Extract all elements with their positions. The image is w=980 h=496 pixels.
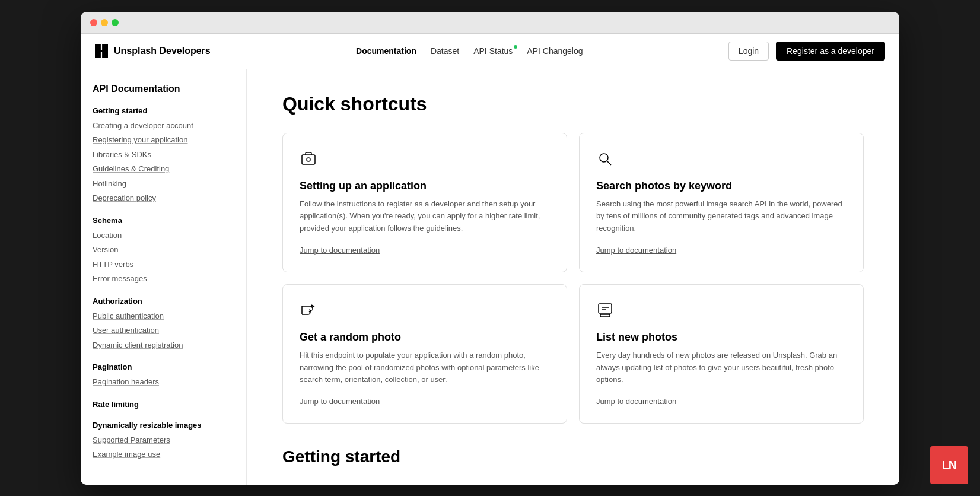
cards-grid: Setting up an application Follow the ins…: [282, 133, 864, 424]
traffic-light-green[interactable]: [112, 19, 119, 26]
sidebar-link-supported-params[interactable]: Supported Parameters: [93, 434, 234, 446]
sidebar-section-authorization: Authorization Public authentication User…: [93, 297, 234, 351]
svg-point-2: [600, 154, 608, 162]
card-link-list[interactable]: Jump to documentation: [596, 397, 676, 406]
status-dot-icon: [514, 45, 517, 49]
content-area: Quick shortcuts Setting up an applicatio…: [247, 69, 899, 485]
sidebar-section-title-getting-started: Getting started: [93, 106, 234, 115]
card-list: List new photos Every day hundreds of ne…: [579, 284, 864, 424]
sidebar-section-title-rate-limiting: Rate limiting: [93, 400, 234, 409]
sidebar-section-title-resizable: Dynamically resizable images: [93, 421, 234, 430]
nav-link-documentation[interactable]: Documentation: [356, 46, 416, 56]
sidebar-link-hotlinking[interactable]: Hotlinking: [93, 178, 234, 190]
sidebar-section-title-authorization: Authorization: [93, 297, 234, 306]
nav-links: Documentation Dataset API Status API Cha…: [356, 46, 583, 56]
card-desc-list: Every day hundreds of new photos are rel…: [596, 349, 847, 386]
sidebar-link-error-messages[interactable]: Error messages: [93, 273, 234, 285]
sidebar-section-title-pagination: Pagination: [93, 363, 234, 371]
card-link-setup[interactable]: Jump to documentation: [300, 246, 380, 255]
card-desc-setup: Follow the instructions to register as a…: [300, 198, 550, 235]
card-title-setup: Setting up an application: [300, 180, 550, 192]
traffic-lights: [90, 19, 119, 26]
nav-link-dataset[interactable]: Dataset: [431, 46, 459, 56]
register-button[interactable]: Register as a developer: [776, 42, 885, 61]
sidebar: API Documentation Getting started Creati…: [81, 69, 247, 485]
card-icon-random: [300, 301, 550, 322]
card-random: Get a random photo Hit this endpoint to …: [282, 284, 567, 424]
sidebar-link-guidelines[interactable]: Guidelines & Crediting: [93, 163, 234, 175]
sidebar-section-pagination: Pagination Pagination headers: [93, 363, 234, 388]
card-icon-search: [596, 150, 847, 170]
sidebar-link-location[interactable]: Location: [93, 230, 234, 241]
sidebar-link-http-verbs[interactable]: HTTP verbs: [93, 259, 234, 271]
nav-right: Login Register as a developer: [728, 42, 885, 61]
main-layout: API Documentation Getting started Creati…: [81, 69, 899, 485]
card-icon-list: [596, 301, 847, 322]
sidebar-link-example-image[interactable]: Example image use: [93, 449, 234, 460]
sidebar-link-pagination-headers[interactable]: Pagination headers: [93, 376, 234, 388]
ln-badge: LN: [930, 446, 968, 484]
card-title-list: List new photos: [596, 331, 847, 344]
login-button[interactable]: Login: [728, 42, 769, 61]
nav-link-changelog[interactable]: API Changelog: [527, 46, 583, 56]
sidebar-link-dynamic-client[interactable]: Dynamic client registration: [93, 339, 234, 351]
page-title: Quick shortcuts: [282, 93, 864, 115]
sidebar-section-title-schema: Schema: [93, 216, 234, 225]
traffic-light-yellow[interactable]: [101, 19, 108, 26]
brand-logo-icon: [95, 44, 108, 58]
brand-name: Unsplash Developers: [114, 46, 211, 56]
card-title-search: Search photos by keyword: [596, 180, 847, 192]
card-setup: Setting up an application Follow the ins…: [282, 133, 567, 272]
svg-line-3: [607, 161, 611, 165]
sidebar-section-schema: Schema Location Version HTTP verbs Error…: [93, 216, 234, 285]
svg-rect-5: [599, 304, 612, 313]
sidebar-title: API Documentation: [93, 84, 234, 94]
top-nav: Unsplash Developers Documentation Datase…: [81, 34, 899, 69]
browser-window: Unsplash Developers Documentation Datase…: [81, 12, 899, 485]
sidebar-link-version[interactable]: Version: [93, 244, 234, 256]
sidebar-link-user-auth[interactable]: User authentication: [93, 325, 234, 336]
svg-rect-0: [302, 155, 315, 164]
svg-rect-6: [600, 314, 610, 317]
sidebar-section-resizable: Dynamically resizable images Supported P…: [93, 421, 234, 460]
sidebar-link-creating-developer[interactable]: Creating a developer account: [93, 120, 234, 132]
sidebar-section-rate-limiting: Rate limiting: [93, 400, 234, 409]
browser-chrome: [81, 12, 899, 34]
card-desc-random: Hit this endpoint to populate your appli…: [300, 349, 550, 386]
nav-link-api-status[interactable]: API Status: [473, 46, 513, 56]
svg-point-1: [307, 158, 310, 161]
traffic-light-red[interactable]: [90, 19, 97, 26]
sidebar-link-public-auth[interactable]: Public authentication: [93, 310, 234, 322]
getting-started-title: Getting started: [282, 447, 864, 466]
card-link-search[interactable]: Jump to documentation: [596, 246, 676, 255]
card-search: Search photos by keyword Search using th…: [579, 133, 864, 272]
nav-brand: Unsplash Developers: [95, 44, 211, 58]
sidebar-link-libraries[interactable]: Libraries & SDKs: [93, 149, 234, 161]
sidebar-section-getting-started: Getting started Creating a developer acc…: [93, 106, 234, 204]
card-icon-setup: [300, 150, 550, 170]
card-title-random: Get a random photo: [300, 331, 550, 344]
sidebar-link-deprecation[interactable]: Deprecation policy: [93, 192, 234, 204]
sidebar-link-registering[interactable]: Registering your application: [93, 134, 234, 146]
card-link-random[interactable]: Jump to documentation: [300, 397, 380, 406]
card-desc-search: Search using the most powerful image sea…: [596, 198, 847, 235]
